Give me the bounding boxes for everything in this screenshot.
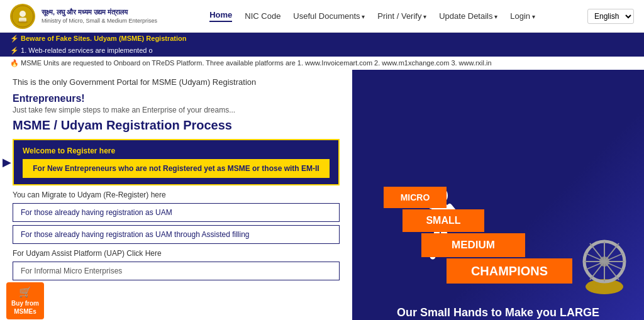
marquee-bar: 🔥 MSME Units are requested to Onboard on… xyxy=(0,57,644,70)
stair-medium-row: MEDIUM xyxy=(421,233,572,257)
entrepreneurs-sub: Just take few simple steps to make an En… xyxy=(13,106,340,114)
tagline: Our Small Hands to Make you LARGE xyxy=(352,306,644,319)
entrepreneurs-title: Entrepreneurs! xyxy=(13,93,340,104)
portal-notice: This is the only Government Portal for M… xyxy=(13,77,340,87)
buy-msme-label: Buy fromMSMEs xyxy=(11,300,39,315)
arrow-icon: ▶ xyxy=(3,155,11,169)
stair-small-row: SMALL xyxy=(402,209,572,232)
nav-print-verify[interactable]: Print / Verify xyxy=(377,11,426,21)
stair-micro-row: MICRO xyxy=(384,187,572,208)
language-select[interactable]: English xyxy=(587,9,634,24)
nav-nic-code[interactable]: NIC Code xyxy=(245,11,280,21)
logo-text: सूक्ष्म, लघु और मध्यम उद्यम मंत्रालय Min… xyxy=(42,8,157,25)
uam-assisted-button[interactable]: For those already having registration as… xyxy=(13,225,340,244)
alert-top-area: ⚡ Beware of Fake Sites. Udyam (MSME) Reg… xyxy=(0,33,644,70)
stair-small: SMALL xyxy=(402,209,484,232)
alert-warning: ⚡ Beware of Fake Sites. Udyam (MSME) Reg… xyxy=(0,33,644,45)
migrate-label: You can Migrate to Udyam (Re-Register) h… xyxy=(13,190,340,199)
alert-info: ⚡ 1. Web-related services are implemente… xyxy=(0,45,644,57)
registration-title: MSME / Udyam Registration Process xyxy=(13,118,340,133)
cart-icon: 🛒 xyxy=(11,286,39,299)
government-emblem xyxy=(10,4,35,29)
uap-label: For Udyam Assist Platform (UAP) Click He… xyxy=(13,249,340,258)
stair-micro: MICRO xyxy=(384,187,447,208)
informal-micro-button[interactable]: For Informal Micro Enterprises xyxy=(13,262,340,280)
logo-english: Ministry of Micro, Small & Medium Enterp… xyxy=(42,17,157,25)
logo-area: सूक्ष्म, लघु और मध्यम उद्यम मंत्रालय Min… xyxy=(10,4,157,29)
main-content: This is the only Government Portal for M… xyxy=(0,70,644,320)
stair-champions-row: CHAMPIONS xyxy=(447,258,572,284)
wheel-icon xyxy=(578,231,631,294)
nav-useful-documents[interactable]: Useful Documents xyxy=(293,11,365,21)
marquee-text: MSME Units are requested to Onboard on T… xyxy=(21,59,492,67)
welcome-label: Welcome to Register here xyxy=(23,146,330,155)
nav-home[interactable]: Home xyxy=(209,10,232,22)
staircase: MICRO SMALL MEDIUM CHAMPIONS xyxy=(384,187,572,285)
main-nav: Home NIC Code Useful Documents Print / V… xyxy=(209,10,535,22)
svg-point-3 xyxy=(18,21,28,23)
nav-update-details[interactable]: Update Details xyxy=(439,11,497,21)
svg-point-1 xyxy=(19,11,26,17)
left-panel: This is the only Government Portal for M… xyxy=(0,70,352,320)
new-entrepreneur-button[interactable]: For New Entrepreneurs who are not Regist… xyxy=(23,159,330,178)
header: सूक्ष्म, लघु और मध्यम उद्यम मंत्रालय Min… xyxy=(0,0,644,33)
register-box: ▶ Welcome to Register here For New Entre… xyxy=(13,139,340,185)
stair-medium: MEDIUM xyxy=(421,233,525,257)
logo-hindi: सूक्ष्म, लघु और मध्यम उद्यम मंत्रालय xyxy=(42,8,157,17)
buy-msme-badge[interactable]: 🛒 Buy fromMSMEs xyxy=(6,282,44,319)
nav-login[interactable]: Login xyxy=(510,11,535,21)
uam-button[interactable]: For those already having registration as… xyxy=(13,203,340,222)
right-panel: MICRO SMALL MEDIUM CHAMPIONS xyxy=(352,70,644,320)
stair-champions: CHAMPIONS xyxy=(447,258,572,284)
marquee-star: 🔥 xyxy=(10,59,19,67)
